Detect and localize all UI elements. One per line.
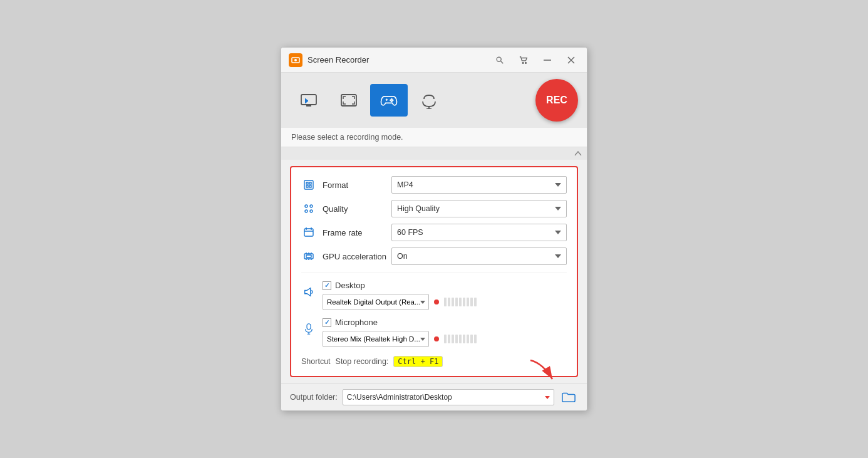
framerate-select[interactable]: 60 FPS <box>391 224 567 241</box>
desktop-audio-header: Desktop <box>323 281 567 290</box>
vbar-2 <box>448 298 450 306</box>
output-path-container: C:\Users\Administrator\Desktop <box>343 389 554 405</box>
title-bar: Screen Recorder <box>281 48 587 73</box>
svg-point-26 <box>305 205 307 207</box>
vbar-8 <box>470 298 473 306</box>
mvbar-9 <box>474 335 477 343</box>
main-window: Screen Recorder <box>281 47 587 411</box>
mvbar-3 <box>452 335 454 343</box>
vbar-9 <box>474 298 477 306</box>
framerate-label: Frame rate <box>323 228 391 237</box>
framerate-row: Frame rate 60 FPS <box>301 224 567 241</box>
svg-point-2 <box>497 57 501 61</box>
mic-device-select[interactable]: Stereo Mix (Realtek High D... <box>323 331 429 347</box>
svg-rect-34 <box>304 254 313 259</box>
mic-device-row: Stereo Mix (Realtek High D... <box>323 331 567 347</box>
svg-line-3 <box>501 61 504 63</box>
vbar-1 <box>444 298 447 306</box>
desktop-volume-dot <box>434 299 439 304</box>
collapse-bar[interactable] <box>281 147 587 160</box>
framerate-icon <box>301 225 316 240</box>
desktop-label: Desktop <box>335 281 365 290</box>
mode-hint: Please select a recording mode. <box>281 128 587 147</box>
vbar-3 <box>452 298 454 306</box>
quality-row: Quality High Quality <box>301 200 567 217</box>
svg-rect-21 <box>304 180 313 189</box>
window-title: Screen Recorder <box>307 55 492 65</box>
svg-rect-30 <box>304 229 313 236</box>
fullscreen-button[interactable] <box>330 84 368 117</box>
mic-volume-dot <box>434 336 439 341</box>
bottom-bar: Output folder: C:\Users\Administrator\De… <box>281 383 587 410</box>
mvbar-7 <box>467 335 469 343</box>
game-record-button[interactable] <box>370 84 408 117</box>
mvbar-2 <box>448 335 450 343</box>
svg-point-4 <box>522 62 524 63</box>
quality-icon <box>301 201 316 216</box>
settings-divider <box>301 273 567 273</box>
close-button[interactable] <box>563 52 579 68</box>
rec-button[interactable]: REC <box>535 79 578 122</box>
svg-point-5 <box>525 62 527 63</box>
svg-rect-24 <box>306 185 308 187</box>
search-button[interactable] <box>492 52 508 68</box>
app-icon <box>289 53 302 67</box>
svg-point-27 <box>310 205 313 207</box>
svg-rect-41 <box>306 255 311 258</box>
mvbar-6 <box>463 335 465 343</box>
quality-select[interactable]: High Quality <box>391 200 567 217</box>
format-row: Format MP4 <box>301 176 567 194</box>
gpu-row: GPU acceleration On <box>301 247 567 265</box>
shortcut-label: Shortcut <box>301 357 331 366</box>
toolbar: REC <box>281 73 587 128</box>
svg-rect-22 <box>306 182 308 184</box>
screen-record-button[interactable] <box>290 84 328 117</box>
settings-panel: Format MP4 Quality High Quality <box>290 166 578 377</box>
quality-label: Quality <box>323 204 391 214</box>
vbar-5 <box>459 298 462 306</box>
mvbar-4 <box>455 335 458 343</box>
desktop-device-row: Realtek Digital Output (Rea... <box>323 294 567 310</box>
gpu-icon <box>301 249 316 264</box>
desktop-audio-icon <box>301 281 316 303</box>
minimize-button[interactable] <box>539 52 555 68</box>
svg-point-29 <box>310 210 313 212</box>
mic-checkbox[interactable] <box>323 318 331 327</box>
mic-audio-header: Microphone <box>323 318 567 327</box>
shortcut-row: Shortcut Stop recording: Ctrl + F1 <box>301 356 567 367</box>
shortcut-action: Stop recording: <box>336 357 389 366</box>
audio-section: Desktop Realtek Digital Output (Rea... <box>301 281 567 347</box>
svg-rect-23 <box>309 182 311 184</box>
mvbar-1 <box>444 335 447 343</box>
cart-button[interactable] <box>515 52 532 68</box>
mvbar-5 <box>459 335 462 343</box>
browse-folder-button[interactable] <box>559 389 578 405</box>
output-label: Output folder: <box>290 393 338 402</box>
desktop-checkbox[interactable] <box>323 281 331 290</box>
gpu-select[interactable]: On <box>391 247 567 265</box>
format-label: Format <box>323 180 391 190</box>
svg-marker-42 <box>305 288 311 296</box>
format-icon <box>301 177 316 192</box>
shortcut-key: Ctrl + F1 <box>393 356 443 367</box>
mic-volume-bars <box>444 335 477 343</box>
window-controls <box>492 52 579 68</box>
vbar-4 <box>455 298 458 306</box>
audio-record-button[interactable] <box>410 84 448 117</box>
desktop-volume-bars <box>444 298 477 306</box>
svg-point-1 <box>294 59 297 61</box>
svg-point-28 <box>305 210 307 212</box>
desktop-device-select[interactable]: Realtek Digital Output (Rea... <box>323 294 429 310</box>
mvbar-8 <box>470 335 473 343</box>
vbar-7 <box>467 298 469 306</box>
svg-point-18 <box>390 100 391 101</box>
svg-rect-9 <box>301 95 316 105</box>
vbar-6 <box>463 298 465 306</box>
svg-rect-43 <box>307 324 311 330</box>
output-path-select[interactable]: C:\Users\Administrator\Desktop <box>343 389 554 405</box>
format-select[interactable]: MP4 <box>391 176 567 194</box>
gpu-label: GPU acceleration <box>323 252 391 261</box>
mic-icon <box>301 318 316 340</box>
svg-rect-25 <box>309 185 311 187</box>
mic-label: Microphone <box>335 318 378 327</box>
